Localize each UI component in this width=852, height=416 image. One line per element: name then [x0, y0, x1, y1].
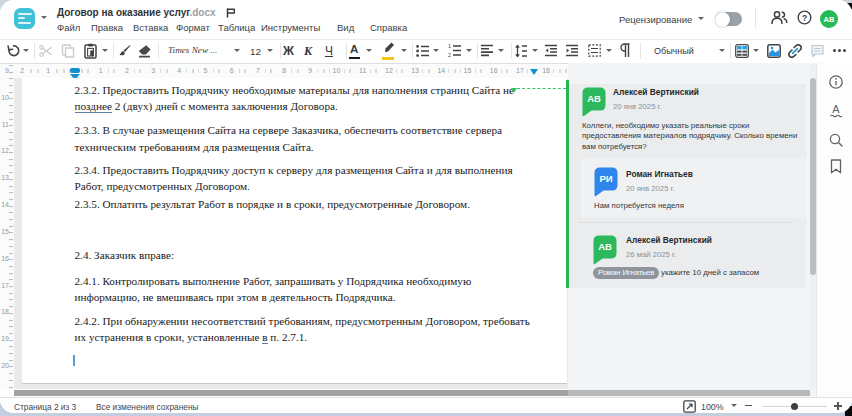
svg-text:1: 1 [448, 43, 451, 49]
svg-text:2: 2 [448, 52, 451, 58]
svg-text:А: А [832, 103, 840, 115]
svg-text:?: ? [802, 13, 807, 23]
